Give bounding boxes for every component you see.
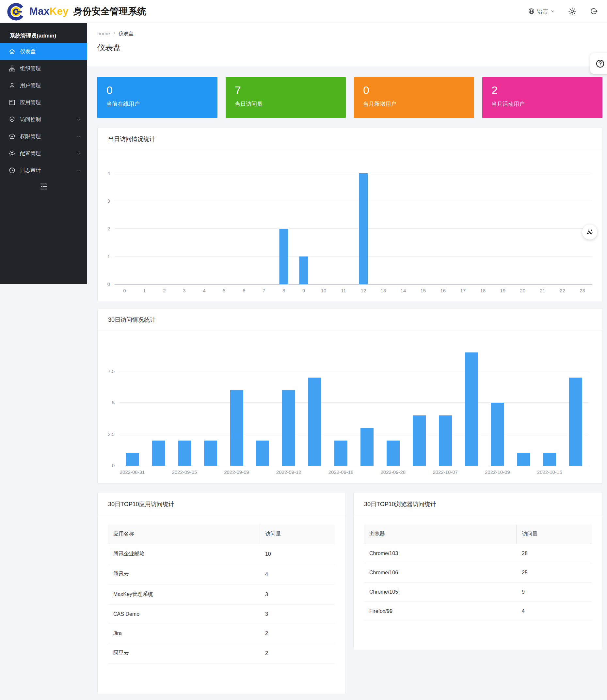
bar-2022-09-18	[334, 441, 348, 466]
x-axis-tick: 7	[263, 288, 265, 293]
cell-name: Chrome/106	[364, 563, 517, 583]
sidebar-item-label: 用户管理	[20, 82, 81, 89]
gridline	[114, 173, 592, 173]
logout-button[interactable]	[590, 7, 599, 16]
x-axis-tick: 2022-09-12	[276, 469, 301, 475]
y-axis-tick: 2	[107, 226, 110, 232]
x-axis-tick: 18	[480, 288, 485, 293]
pentagon-star-icon	[8, 133, 16, 140]
sidebar-item-label: 组织管理	[20, 65, 81, 72]
cell-count: 4	[260, 564, 335, 585]
x-axis-tick: 2022-09-28	[380, 469, 405, 475]
daily-visits-chart: 0123401234567891011121314151617181920212…	[114, 164, 592, 285]
table-header-row: 应用名称 访问量	[108, 524, 335, 544]
stat-card-monthly-new-users: 0当月新增用户	[354, 77, 474, 118]
stat-value: 2	[491, 84, 593, 96]
sidebar-item-label: 应用管理	[20, 99, 81, 106]
gridline	[114, 228, 592, 229]
x-axis-tick: 6	[243, 288, 245, 293]
cell-count: 25	[517, 563, 592, 583]
x-axis-tick: 4	[203, 288, 205, 293]
stat-value: 0	[106, 84, 208, 96]
breadcrumb: home/仪表盘	[97, 30, 134, 37]
x-axis-tick: 17	[460, 288, 466, 293]
cell-name: 阿里云	[108, 643, 260, 663]
top-apps-card: 30日TOP10应用访问统计 应用名称 访问量 腾讯企业邮箱10腾讯云4MaxK…	[97, 493, 346, 694]
bar-8	[279, 229, 288, 284]
stat-card-daily-visits: 7当日访问量	[226, 77, 346, 118]
sidebar-item-audit-log[interactable]: 日志审计	[0, 162, 87, 179]
cell-count: 4	[517, 602, 592, 621]
x-axis-tick: 19	[500, 288, 505, 293]
column-header: 访问量	[260, 524, 335, 544]
settings-button[interactable]	[568, 7, 577, 16]
sidebar-item-configuration[interactable]: 配置管理	[0, 145, 87, 162]
cell-count: 28	[517, 544, 592, 563]
table-row: 阿里云2	[108, 643, 335, 663]
y-axis-tick: 1	[107, 254, 110, 259]
sidebar-item-users[interactable]: 用户管理	[0, 77, 87, 94]
x-axis-tick: 22	[560, 288, 565, 293]
sidebar-item-organization[interactable]: 组织管理	[0, 60, 87, 77]
stat-cards-row: 0当前在线用户7当日访问量0当月新增用户2当月活动用户	[97, 77, 603, 118]
bar-series-13	[465, 352, 478, 466]
x-axis-tick: 2022-09-05	[172, 469, 197, 475]
cell-name: Chrome/105	[364, 583, 517, 602]
x-axis-tick: 3	[183, 288, 186, 293]
brand-max: Max	[29, 5, 50, 17]
sidebar-item-label: 日志审计	[20, 167, 77, 174]
gridline	[114, 201, 592, 201]
cell-count: 2	[260, 624, 335, 643]
stat-label: 当前在线用户	[106, 100, 208, 108]
language-menu[interactable]: 语言	[528, 7, 555, 15]
x-axis-tick: 21	[540, 288, 545, 293]
table-row: Jira2	[108, 624, 335, 643]
sidebar-item-dashboard[interactable]: 仪表盘	[0, 43, 87, 60]
table-row: Chrome/10625	[364, 563, 592, 583]
x-axis-tick: 20	[520, 288, 525, 293]
theme-wand-button[interactable]	[582, 224, 597, 240]
bar-12	[359, 173, 368, 284]
cell-name: CAS Demo	[108, 605, 260, 624]
breadcrumb-current: 仪表盘	[119, 31, 134, 36]
sidebar-item-permissions[interactable]: 权限管理	[0, 128, 87, 145]
page-title: 仪表盘	[97, 42, 121, 53]
x-axis-tick: 2	[163, 288, 166, 293]
top-browsers-title: 30日TOP10浏览器访问统计	[354, 493, 602, 515]
cell-name: 腾讯云	[108, 564, 260, 585]
bar-2022-09-28	[386, 441, 400, 466]
chevron-down-icon	[77, 151, 81, 156]
x-axis-tick: 13	[381, 288, 386, 293]
sidebar: 系统管理员(admin) 仪表盘组织管理用户管理应用管理访问控制权限管理配置管理…	[0, 23, 87, 284]
bar-series-17	[569, 377, 582, 466]
sidebar-item-applications[interactable]: 应用管理	[0, 94, 87, 111]
monthly-visits-title: 30日访问情况统计	[98, 309, 602, 331]
top-browsers-card: 30日TOP10浏览器访问统计 浏览器 访问量 Chrome/10328Chro…	[353, 493, 603, 650]
x-axis-tick: 2022-10-09	[485, 469, 510, 475]
cell-name: Chrome/103	[364, 544, 517, 563]
gridline	[119, 402, 589, 403]
menu-fold-icon[interactable]	[39, 182, 48, 191]
bar-2022-09-12	[282, 390, 295, 466]
bar-series-15	[517, 453, 530, 466]
table-row: CAS Demo3	[108, 605, 335, 624]
bar-2022-10-15	[543, 453, 556, 466]
brand-key: Key	[50, 5, 68, 17]
top-apps-title: 30日TOP10应用访问统计	[98, 493, 345, 515]
sidebar-footer	[0, 182, 87, 191]
x-axis-tick: 0	[123, 288, 126, 293]
help-button[interactable]	[590, 53, 607, 74]
app-window-icon	[8, 99, 16, 106]
sidebar-item-access-control[interactable]: 访问控制	[0, 111, 87, 128]
bar-series-11	[413, 415, 426, 466]
page-header-band: home/仪表盘 仪表盘	[87, 23, 607, 66]
x-axis-tick: 12	[361, 288, 367, 293]
x-axis-tick: 10	[321, 288, 327, 293]
question-circle-icon	[595, 59, 605, 68]
breadcrumb-separator: /	[113, 31, 115, 36]
breadcrumb-home[interactable]: home	[97, 31, 110, 36]
bar-series-5	[256, 441, 269, 466]
stat-value: 0	[363, 84, 465, 96]
y-axis-tick: 7.5	[108, 368, 114, 374]
bar-series-3	[204, 441, 217, 466]
